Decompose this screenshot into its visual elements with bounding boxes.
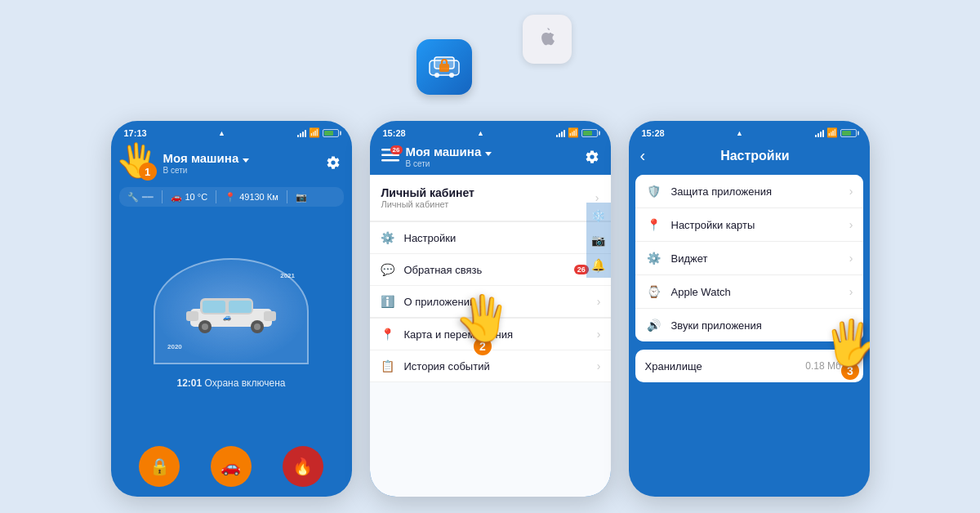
wifi-icon-2: 📶 [568, 127, 579, 138]
map-icon: 📍 [380, 328, 396, 341]
status-icons-2: 📶 [556, 127, 598, 138]
stat-temp: 🚗 10 °C [171, 192, 208, 203]
alert-message: Охрана включена [205, 377, 286, 389]
bottom-actions-1: 🔒 🚗 🔥 [111, 439, 352, 497]
sounds-label: Звуки приложения [671, 319, 841, 332]
hand-cursor-2: 🖐️ 2 [456, 292, 510, 357]
svg-point-10 [202, 323, 208, 330]
mileage-value: 49130 Км [239, 192, 278, 202]
history-label: История событий [404, 360, 589, 372]
stat-mileage: 📍 49130 Км [225, 192, 278, 203]
car-name-1: Моя машина [163, 151, 239, 165]
svg-rect-7 [203, 301, 225, 313]
svg-text:🚙: 🚙 [223, 313, 231, 321]
back-button[interactable]: ‹ [640, 146, 646, 165]
widget-label: Виджет [671, 252, 841, 265]
map-settings-label: Настройки карты [671, 219, 841, 231]
battery-2 [581, 129, 598, 137]
protection-icon: 🛡️ [645, 185, 663, 198]
phone-3: 15:28 ▲ 📶 ‹ Настройки [629, 121, 870, 497]
svg-point-3 [449, 73, 454, 78]
menu-badge-2: 26 [390, 145, 403, 154]
settings-menu-label: Настройки [404, 232, 589, 244]
alert-time: 12:01 [177, 377, 203, 389]
svg-point-12 [254, 323, 261, 330]
header-bar-2: 26 Моя машина В сети [370, 141, 611, 175]
arrow-3: ▲ [736, 129, 743, 137]
wifi-icon-1: 📶 [309, 127, 320, 138]
online-status-1: В сети [163, 166, 249, 175]
car-svg: 🚙 [182, 288, 280, 333]
gear-icon-2[interactable] [585, 149, 599, 164]
svg-rect-14 [264, 311, 276, 321]
menu-item-personal[interactable]: Личный кабинет Личный кабинет › [370, 175, 611, 222]
action-btn-1[interactable]: 🔒 [139, 446, 180, 487]
action-btn-3[interactable]: 🔥 [283, 446, 323, 487]
settings-item-map[interactable]: 📍 Настройки карты › [635, 208, 863, 242]
menu-item-settings[interactable]: ⚙️ Настройки › [370, 222, 611, 254]
time-1: 17:13 [124, 128, 147, 138]
sounds-icon: 🔊 [645, 319, 663, 332]
settings-item-apple-watch[interactable]: ⌚ Apple Watch › [635, 275, 863, 309]
widget-icon: ⚙️ [645, 252, 663, 265]
hand-cursor-3: 🖐️ 3 [823, 317, 870, 381]
apple-watch-icon: ⌚ [645, 285, 663, 298]
personal-cabinet-title: Личный кабинет [381, 186, 587, 199]
arrow-2: ▲ [477, 129, 484, 137]
snow-globe: 2020 2021 🚙 [149, 258, 313, 372]
svg-rect-18 [381, 159, 399, 162]
time-3: 15:28 [642, 128, 665, 138]
car-area-1: 2020 2021 🚙 [111, 207, 352, 439]
chevron-1[interactable] [243, 158, 249, 163]
apple-icon [523, 15, 572, 64]
step-number-1: 1 [139, 163, 157, 181]
arrow-1: ▲ [218, 129, 225, 137]
temp-value: 10 °C [185, 192, 208, 202]
status-icons-3: 📶 [815, 127, 857, 138]
main-app-icon [416, 39, 472, 95]
status-icons-1: 📶 [297, 127, 339, 138]
right-sidebar-2: ❄️ 📷 🔔 [586, 203, 611, 278]
online-status-2: В сети [406, 159, 585, 168]
status-bar-3: 15:28 ▲ 📶 [629, 121, 870, 141]
car-name-2: Моя машина [406, 145, 482, 158]
header-bar-1: 🖐️ 1 Моя машина В сети [111, 141, 352, 187]
stats-row-1: 🔧 ━━ 🚗 10 °C 📍 49130 Км 📷 [119, 187, 344, 207]
signal-bars-3 [815, 129, 824, 137]
settings-item-widget[interactable]: ⚙️ Виджет › [635, 242, 863, 275]
signal-bars-2 [556, 129, 565, 137]
wifi-icon-3: 📶 [826, 127, 838, 138]
feedback-icon: 💬 [380, 263, 396, 276]
alert-area: 12:01 Охрана включена [177, 377, 286, 389]
menu-item-feedback[interactable]: 💬 Обратная связь 26 › [370, 254, 611, 286]
svg-point-2 [434, 73, 439, 78]
phone-1: 17:13 ▲ 📶 [111, 121, 352, 497]
status-bar-2: 15:28 ▲ 📶 [370, 121, 611, 141]
stat-engine: 🔧 ━━ [127, 192, 154, 203]
time-2: 15:28 [383, 128, 406, 138]
settings-menu-icon: ⚙️ [380, 231, 396, 244]
battery-3 [840, 129, 857, 137]
action-btn-2[interactable]: 🚗 [211, 446, 252, 487]
svg-rect-4 [439, 64, 449, 72]
status-bar-1: 17:13 ▲ 📶 [111, 121, 352, 141]
history-icon: 📋 [380, 359, 396, 372]
svg-rect-13 [186, 311, 198, 321]
app-icons-area [408, 15, 572, 113]
settings-item-protection[interactable]: 🛡️ Защита приложения › [635, 175, 863, 208]
battery-1 [323, 129, 339, 137]
apple-watch-label: Apple Watch [671, 286, 841, 298]
signal-bars-1 [297, 129, 306, 137]
gear-icon-1[interactable] [326, 155, 341, 170]
phone-2: 15:28 ▲ 📶 [370, 121, 611, 497]
protection-label: Защита приложения [671, 185, 841, 198]
phones-container: 17:13 ▲ 📶 [111, 121, 870, 497]
personal-cabinet-sub: Личный кабинет [381, 199, 587, 209]
storage-label: Хранилище [645, 360, 798, 372]
feedback-label: Обратная связь [404, 264, 566, 276]
svg-rect-8 [229, 301, 252, 313]
settings-header: ‹ Настройки [629, 141, 870, 172]
settings-title: Настройки [652, 149, 858, 163]
chevron-2[interactable] [485, 152, 492, 156]
map-settings-icon: 📍 [645, 218, 663, 231]
